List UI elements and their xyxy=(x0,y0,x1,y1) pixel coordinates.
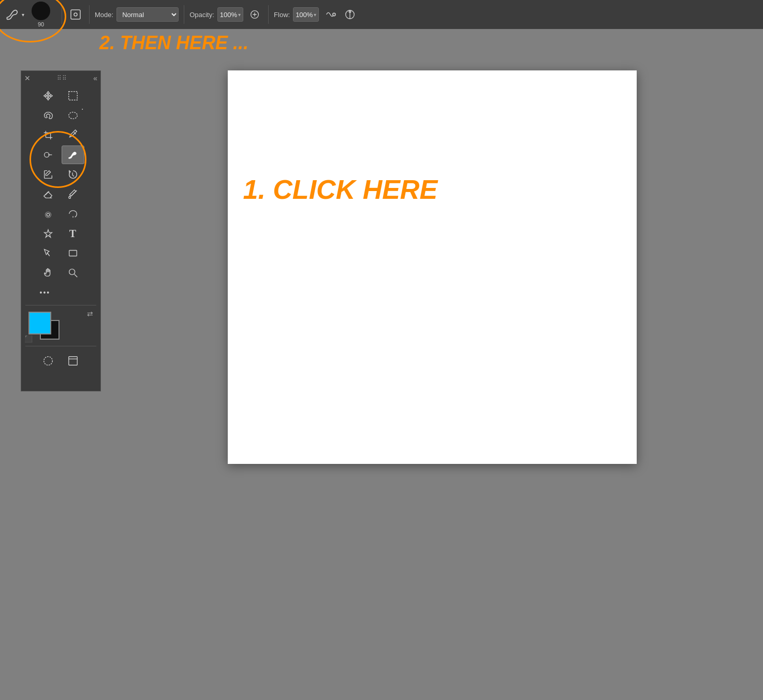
svg-line-17 xyxy=(71,191,77,196)
airbrush-button[interactable] xyxy=(246,6,263,23)
eyedropper-tool[interactable] xyxy=(62,126,84,144)
marquee-rect-tool[interactable] xyxy=(62,86,84,105)
smudge-tool[interactable] xyxy=(62,205,84,223)
canvas-area: 1. CLICK HERE xyxy=(101,29,763,700)
toolbox-divider-2 xyxy=(25,346,97,346)
divider-4 xyxy=(268,5,269,24)
toolbox-grip: ⠿⠿ xyxy=(31,75,93,82)
opacity-label: Opacity: xyxy=(189,11,214,19)
mode-label: Mode: xyxy=(95,11,113,19)
blur-tool[interactable] xyxy=(37,205,60,223)
svg-rect-20 xyxy=(69,251,77,256)
toolbox-panel: ✕ ⠿⠿ « xyxy=(21,70,101,391)
quick-mask-mode[interactable] xyxy=(37,352,60,370)
spot-heal-tool[interactable] xyxy=(37,145,60,164)
reset-colors-button[interactable]: ⬛ xyxy=(24,335,33,343)
brush-size-number: 90 xyxy=(38,21,44,27)
flow-value: 100% xyxy=(296,11,313,19)
svg-rect-0 xyxy=(71,10,80,19)
gradient-tool[interactable] xyxy=(62,185,84,203)
divider-3 xyxy=(184,5,184,24)
tool-grid: • xyxy=(21,85,100,303)
brush-dropdown-arrow[interactable]: ▾ xyxy=(22,12,24,18)
clone-stamp-tool[interactable] xyxy=(37,165,60,184)
flow-input-group[interactable]: 100% ▾ xyxy=(293,7,319,22)
brush-tool-button[interactable] xyxy=(4,6,21,23)
svg-point-1 xyxy=(74,13,77,16)
history-brush-tool[interactable] xyxy=(62,165,84,184)
brush-circle-preview xyxy=(32,2,50,20)
type-tool[interactable]: T xyxy=(62,224,84,243)
toolbox-bottom-grid xyxy=(34,351,89,371)
toolbox-top-bar: ✕ ⠿⠿ « xyxy=(21,73,100,83)
brush-size-display: 90 xyxy=(25,1,56,28)
flow-label: Flow: xyxy=(274,11,290,19)
opacity-input-group[interactable]: 100% ▾ xyxy=(217,7,243,22)
crop-tool[interactable] xyxy=(37,126,60,144)
brush-preset-button[interactable] xyxy=(67,6,84,23)
toolbox-divider-1 xyxy=(25,305,97,305)
svg-rect-7 xyxy=(68,92,77,100)
divider-2 xyxy=(89,5,90,24)
brush-tool-toolbox[interactable] xyxy=(62,145,84,164)
eraser-tool[interactable] xyxy=(37,185,60,203)
zoom-tool[interactable] xyxy=(62,264,84,282)
smoothing-button[interactable] xyxy=(322,6,339,23)
svg-point-18 xyxy=(45,212,51,217)
move-tool[interactable] xyxy=(37,86,60,105)
svg-point-23 xyxy=(43,357,52,366)
brush-icon-wrapper: ▾ xyxy=(4,6,24,23)
swap-colors-button[interactable]: ⇄ xyxy=(87,310,93,318)
svg-point-19 xyxy=(47,213,50,216)
svg-rect-24 xyxy=(68,357,77,366)
standard-screen-mode[interactable] xyxy=(62,352,84,370)
toolbar: ▾ 90 Mode: Normal Dissolve Darken Multip… xyxy=(0,0,763,29)
canvas-click-here-annotation: 1. CLICK HERE xyxy=(243,174,438,205)
lasso-tool[interactable] xyxy=(37,106,60,125)
svg-point-21 xyxy=(69,269,75,275)
tools-container: • xyxy=(21,85,100,303)
main-area: ✕ ⠿⠿ « xyxy=(0,29,763,700)
divider-1 xyxy=(62,5,62,24)
color-swatches-area: ⇄ ⬛ xyxy=(21,308,100,344)
opacity-dropdown-arrow[interactable]: ▾ xyxy=(238,12,241,18)
mode-select[interactable]: Normal Dissolve Darken Multiply Screen O… xyxy=(116,7,179,22)
shape-tool[interactable] xyxy=(62,244,84,262)
svg-line-16 xyxy=(45,192,49,195)
svg-point-8 xyxy=(68,112,77,119)
flow-dropdown-arrow[interactable]: ▾ xyxy=(314,12,316,18)
hand-tool[interactable] xyxy=(37,264,60,282)
magic-wand-tool[interactable]: • xyxy=(62,106,84,125)
canvas-document[interactable]: 1. CLICK HERE xyxy=(228,70,637,464)
pen-tool[interactable] xyxy=(37,224,60,243)
toolbox-collapse-button[interactable]: « xyxy=(93,74,97,82)
toolbox-close-button[interactable]: ✕ xyxy=(24,74,31,82)
more-tools[interactable]: ••• xyxy=(37,283,60,302)
opacity-value: 100% xyxy=(220,11,237,19)
svg-line-22 xyxy=(74,274,77,278)
brush-tool-area: ▾ 90 xyxy=(4,1,56,28)
foreground-color-swatch[interactable] xyxy=(28,312,51,334)
svg-point-3 xyxy=(333,13,336,16)
symmetry-button[interactable] xyxy=(342,6,358,23)
path-select-tool[interactable] xyxy=(37,244,60,262)
